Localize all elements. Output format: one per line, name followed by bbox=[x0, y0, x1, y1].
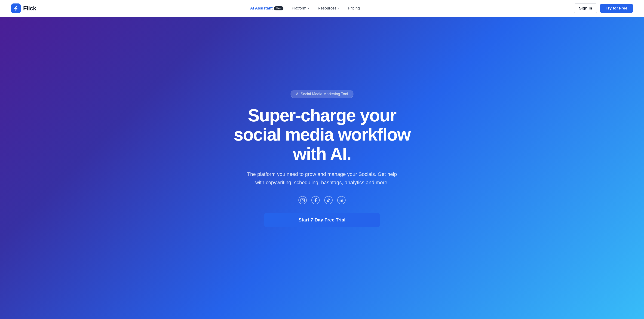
logo-icon bbox=[11, 4, 21, 13]
nav-item-platform: Platform ▾ bbox=[288, 4, 312, 12]
svg-point-4 bbox=[340, 198, 340, 199]
signin-button[interactable]: Sign In bbox=[574, 4, 598, 13]
linkedin-icon bbox=[337, 196, 346, 204]
try-for-free-button[interactable]: Try for Free bbox=[600, 4, 633, 13]
navbar: Flick AI Assistant New Platform ▾ Resour… bbox=[0, 0, 644, 17]
hero-badge: AI Social Media Marketing Tool bbox=[290, 90, 353, 98]
facebook-icon bbox=[311, 196, 320, 204]
svg-rect-3 bbox=[340, 200, 340, 202]
nav-item-pricing: Pricing bbox=[345, 4, 363, 12]
logo-link[interactable]: Flick bbox=[11, 4, 36, 13]
hero-title: Super-charge your social media workflow … bbox=[230, 106, 414, 164]
ai-new-badge: New bbox=[274, 6, 284, 10]
hero-subtitle: The platform you need to grow and manage… bbox=[246, 170, 398, 187]
nav-links: AI Assistant New Platform ▾ Resources ▾ … bbox=[247, 4, 363, 12]
chevron-down-icon: ▾ bbox=[338, 7, 340, 10]
svg-point-1 bbox=[302, 200, 304, 201]
svg-rect-0 bbox=[301, 198, 305, 202]
svg-point-2 bbox=[304, 199, 304, 200]
instagram-icon bbox=[298, 196, 307, 204]
chevron-down-icon: ▾ bbox=[308, 7, 309, 10]
flick-logo-svg bbox=[13, 5, 19, 11]
nav-link-platform[interactable]: Platform ▾ bbox=[288, 4, 312, 12]
nav-link-pricing[interactable]: Pricing bbox=[345, 4, 363, 12]
nav-link-ai-assistant[interactable]: AI Assistant New bbox=[247, 4, 287, 12]
nav-item-resources: Resources ▾ bbox=[314, 4, 342, 12]
hero-inner: AI Social Media Marketing Tool Super-cha… bbox=[220, 90, 424, 227]
brand-name: Flick bbox=[23, 5, 36, 12]
hero-social-icons bbox=[298, 196, 346, 204]
start-trial-button[interactable]: Start 7 Day Free Trial bbox=[264, 213, 380, 227]
nav-actions: Sign In Try for Free bbox=[574, 4, 633, 13]
nav-item-ai-assistant: AI Assistant New bbox=[247, 4, 287, 12]
hero-section: AI Social Media Marketing Tool Super-cha… bbox=[0, 0, 644, 319]
nav-link-resources[interactable]: Resources ▾ bbox=[314, 4, 342, 12]
tiktok-icon bbox=[324, 196, 333, 204]
